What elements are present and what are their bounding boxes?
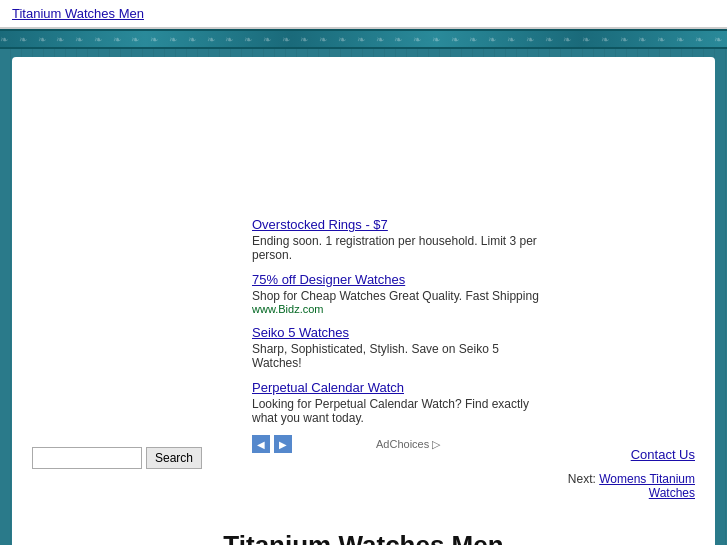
page-heading: Titanium Watches Men — [32, 530, 695, 545]
center-column: Overstocked Rings - $7 Ending soon. 1 re… — [232, 217, 545, 500]
next-watches-link[interactable]: Womens Titanium Watches — [599, 472, 695, 500]
top-bar: Titanium Watches Men — [0, 0, 727, 29]
right-column: Contact Us Next: Womens Titanium Watches — [545, 217, 695, 500]
left-column: Search — [32, 217, 232, 500]
decorative-strip — [0, 29, 727, 49]
banner-area — [32, 77, 695, 207]
next-line: Next: Womens Titanium Watches — [545, 472, 695, 500]
prev-arrow[interactable]: ◀ — [252, 435, 270, 453]
ad-description: Ending soon. 1 registration per househol… — [252, 234, 545, 262]
content-layout: Search Overstocked Rings - $7 Ending soo… — [32, 217, 695, 500]
ad-item: Perpetual Calendar Watch Looking for Per… — [252, 380, 545, 425]
next-arrow[interactable]: ▶ — [274, 435, 292, 453]
ad-url: www.Bidz.com — [252, 303, 545, 315]
search-form: Search — [32, 447, 232, 469]
ad-item: Seiko 5 Watches Sharp, Sophisticated, St… — [252, 325, 545, 370]
search-button[interactable]: Search — [146, 447, 202, 469]
site-title-link[interactable]: Titanium Watches Men — [12, 6, 144, 21]
ad-description: Shop for Cheap Watches Great Quality. Fa… — [252, 289, 545, 303]
adchoices-label: AdChoices ▷ — [376, 438, 440, 451]
ad-title-link[interactable]: Overstocked Rings - $7 — [252, 217, 545, 232]
contact-us-link[interactable]: Contact Us — [631, 447, 695, 462]
ad-title-link[interactable]: Seiko 5 Watches — [252, 325, 545, 340]
ad-item: 75% off Designer Watches Shop for Cheap … — [252, 272, 545, 315]
next-label: Next: — [568, 472, 596, 486]
main-content: Search Overstocked Rings - $7 Ending soo… — [12, 57, 715, 545]
search-input[interactable] — [32, 447, 142, 469]
ad-item: Overstocked Rings - $7 Ending soon. 1 re… — [252, 217, 545, 262]
ad-title-link[interactable]: Perpetual Calendar Watch — [252, 380, 545, 395]
navigation-arrows: ◀ ▶ AdChoices ▷ — [252, 435, 545, 453]
ad-description: Looking for Perpetual Calendar Watch? Fi… — [252, 397, 545, 425]
ad-title-link[interactable]: 75% off Designer Watches — [252, 272, 545, 287]
ad-description: Sharp, Sophisticated, Stylish. Save on S… — [252, 342, 545, 370]
